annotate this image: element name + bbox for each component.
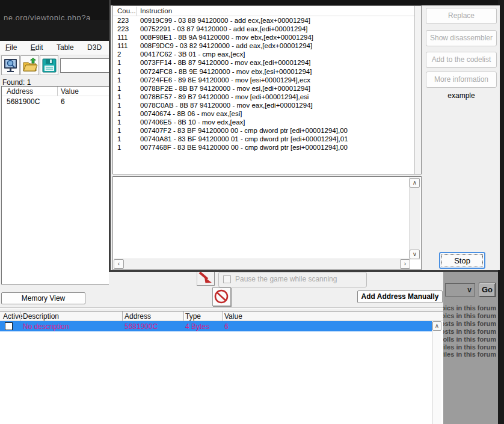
forum-jump-select[interactable]: v [445, 283, 475, 296]
stop-button[interactable]: Stop [439, 252, 485, 269]
open-table-icon [22, 58, 38, 73]
opcode-count: 223 [117, 17, 129, 24]
opcode-row[interactable]: 1 00724FE6 - 89 8E 94120000 - mov [esi+0… [113, 76, 413, 85]
scroll-up-button[interactable]: ∧ [432, 321, 441, 331]
found-list-header: Address Value [2, 87, 109, 96]
forum-permission-line: posts in this forum [443, 320, 496, 328]
opcode-instruction: 00752291 - 03 87 94120000 - add eax,[edi… [140, 25, 307, 32]
address-list-scrollbar[interactable]: ∧ [432, 321, 441, 424]
opcode-instruction: 00740A81 - 83 BF 94120000 01 - cmp dword… [140, 135, 348, 143]
opcode-instruction: 0073FF14 - 8B 87 94120000 - mov eax,[edi… [140, 59, 311, 66]
opcode-row[interactable]: 1 007407F2 - 83 BF 94120000 00 - cmp dwo… [113, 127, 413, 135]
opcode-row[interactable]: 223 00752291 - 03 87 94120000 - add eax,… [113, 25, 413, 34]
opcode-count: 1 [117, 68, 121, 75]
forum-permission-line: h files in this forum [443, 343, 496, 351]
replace-button[interactable]: Replace [426, 8, 497, 24]
stop-find-button[interactable] [212, 287, 231, 306]
found-results-list[interactable]: Address Value 5681900C 6 [1, 86, 109, 284]
address-list-header: Active Description Address Type Value [0, 312, 443, 321]
menu-table[interactable]: Table [51, 41, 79, 52]
opcode-row[interactable]: 1 0077468F - 83 BE 94120000 00 - cmp dwo… [113, 144, 413, 152]
scroll-down-button[interactable]: ∨ [410, 250, 420, 259]
add-address-manually-button[interactable]: Add Address Manually [357, 290, 443, 303]
scroll-right-button[interactable]: › [400, 259, 410, 269]
found-col-address: Address [7, 87, 33, 96]
opcode-count: 1 [117, 144, 121, 151]
opcode-instruction: 00417C62 - 3B 01 - cmp eax,[ecx] [140, 51, 245, 58]
scroll-left-button[interactable]: ‹ [114, 259, 124, 269]
opcode-row[interactable]: 1 0078C0AB - 8B 87 94120000 - mov eax,[e… [113, 102, 413, 110]
menu-d3d[interactable]: D3D [82, 41, 107, 52]
scan-value-input[interactable] [60, 58, 111, 73]
opcode-row[interactable]: 1 00724FC8 - 8B 9E 94120000 - mov ebx,[e… [113, 68, 413, 76]
scroll-up-button[interactable]: ∧ [410, 178, 420, 188]
address-record-row[interactable]: No description 5681900C 4 Bytes 6 [0, 321, 432, 331]
save-table-button[interactable] [40, 55, 58, 75]
opcode-row[interactable]: 1 007406E5 - 8B 10 - mov edx,[eax] [113, 118, 413, 127]
opcode-count: 1 [117, 127, 121, 134]
opcode-instruction: 007407F2 - 83 BF 94120000 00 - cmp dword… [140, 127, 348, 134]
forum-permission-line: topics in this forum [443, 304, 496, 312]
forum-permission-line: topics in this forum [443, 312, 496, 320]
forum-permission-line: posts in this forum [443, 328, 496, 336]
info-vertical-scrollbar[interactable]: ∧ ∨ [409, 177, 420, 260]
opcode-row[interactable]: 1 00740A81 - 83 BF 94120000 01 - cmp dwo… [113, 135, 413, 144]
opcode-row[interactable]: 111 008F9DC9 - 03 82 94120000 - add eax,… [113, 42, 413, 51]
select-process-button[interactable] [1, 55, 20, 75]
opcode-instruction: 007406E5 - 8B 10 - mov edx,[eax] [140, 118, 245, 126]
save-table-icon [41, 58, 57, 73]
info-horizontal-scrollbar[interactable]: ‹ › [114, 259, 410, 269]
opcode-instruction: 00740674 - 8B 06 - mov eax,[esi] [140, 110, 242, 117]
col-instruction: Instruction [140, 7, 172, 14]
opcode-row[interactable]: 1 0078BF2E - 8B B7 94120000 - mov esi,[e… [113, 85, 413, 93]
stop-button-label: Stop [441, 254, 483, 266]
opcode-instruction: 008F9DC9 - 03 82 94120000 - add eax,[edx… [140, 42, 312, 49]
add-to-codelist-button[interactable]: Add to the codelist [426, 52, 497, 68]
menu-file[interactable]: File [0, 41, 22, 52]
opcode-instruction: 0077468F - 83 BE 94120000 00 - cmp dword… [140, 144, 348, 151]
opcode-row[interactable]: 1 00740674 - 8B 06 - mov eax,[esi] [113, 110, 413, 118]
go-button[interactable]: Go [479, 283, 496, 297]
address-list-table: Active Description Address Type Value No… [0, 311, 443, 424]
opcode-instruction: 00724FE6 - 89 8E 94120000 - mov [esi+000… [140, 76, 310, 84]
opcode-instruction: 0078C0AB - 8B 87 94120000 - mov eax,[edi… [140, 102, 313, 109]
col-description: Description [23, 312, 59, 321]
found-value: 6 [61, 97, 65, 106]
pause-scan-checkbox[interactable] [223, 275, 231, 283]
no-entry-icon [213, 288, 230, 305]
open-table-button[interactable] [20, 55, 39, 75]
opcode-dialog: Cou... Instruction 223 00919C99 - 03 88 … [109, 0, 498, 272]
opcode-count: 111 [117, 42, 128, 49]
opcode-count: 111 [117, 34, 128, 41]
dialog-button-panel: Replace Show disassembler Add to the cod… [422, 5, 500, 270]
pause-scan-group: Pause the game while scanning [218, 272, 367, 287]
opcode-row[interactable]: 2 00417C62 - 3B 01 - cmp eax,[ecx] [113, 51, 413, 59]
opcode-row[interactable]: 223 00919C99 - 03 88 94120000 - add ecx,… [113, 17, 413, 25]
example-label: example [422, 91, 501, 100]
opcode-row[interactable]: 111 008F98E1 - 8B 9A 94120000 - mov ebx,… [113, 34, 413, 42]
info-pane: ∧ ∨ ‹ › [112, 176, 422, 270]
opcode-row[interactable]: 1 0073FF14 - 8B 87 94120000 - mov eax,[e… [113, 59, 413, 67]
opcode-count: 1 [117, 118, 121, 126]
record-address: 5681900C [124, 322, 158, 331]
col-address: Address [124, 312, 151, 321]
record-value: 6 [224, 322, 229, 331]
memory-view-button[interactable]: Memory View [1, 292, 85, 304]
record-active-checkbox[interactable] [5, 322, 13, 330]
opcode-list-scrollbar[interactable] [414, 6, 421, 174]
add-selected-arrow-button[interactable] [197, 271, 215, 286]
opcode-list[interactable]: Cou... Instruction 223 00919C99 - 03 88 … [112, 5, 422, 174]
show-disassembler-button[interactable]: Show disassembler [426, 30, 497, 46]
opcode-count: 1 [117, 93, 121, 100]
opcode-count: 1 [117, 110, 121, 117]
opcode-row[interactable]: 1 0078BF57 - 89 B7 94120000 - mov [edi+0… [113, 93, 413, 102]
record-description: No description [23, 322, 69, 331]
col-value: Value [224, 312, 242, 321]
more-information-button[interactable]: More information [426, 72, 497, 88]
menu-edit[interactable]: Edit [25, 41, 49, 52]
opcode-count: 1 [117, 102, 121, 109]
red-arrow-icon [197, 272, 214, 285]
screenshot-root: ne.org/viewtopic.php?a v Go topics in th… [0, 0, 504, 424]
opcode-count: 223 [117, 25, 129, 32]
found-count-label: Found: 1 [2, 78, 31, 87]
